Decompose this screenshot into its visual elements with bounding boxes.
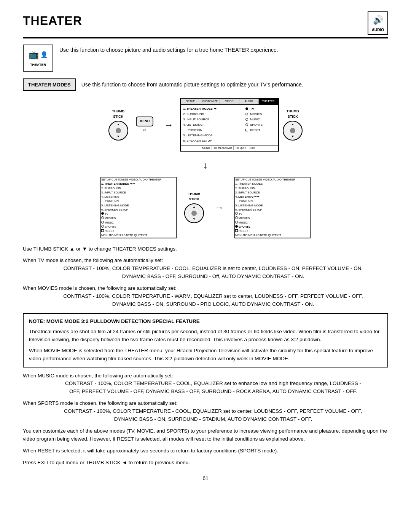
br-menu-item-lmode: 5. LISTENING MODE	[235, 203, 310, 208]
br-menu-item-theater: 1. THEATER MODES	[235, 182, 310, 186]
top-screen-menu-content: 1. THEATER MODES ➡ 2. SURROUND 3. INPUT …	[181, 105, 278, 145]
music-mode-section: When MUSIC mode is chosen, the following…	[23, 372, 388, 396]
top-screen-tab-bar: SETUP CUSTOMIZE VIDEO AUDIO THEATER	[181, 99, 278, 105]
menu-button[interactable]: MENU	[136, 117, 154, 126]
bl-menu-item-lmode: 5. LISTENING MODE	[101, 203, 176, 208]
tab-setup[interactable]: SETUP	[181, 99, 200, 104]
arrow-right-top: →	[164, 118, 173, 132]
option-music: MUSIC	[245, 117, 276, 122]
bl-option-movies: MOVIES	[101, 216, 176, 220]
speaker-icon: 🔊	[371, 14, 384, 26]
tab-theater[interactable]: THEATER	[259, 99, 278, 104]
bl-option-reset: RESET	[101, 229, 176, 233]
top-screen-menu-left: 1. THEATER MODES ➡ 2. SURROUND 3. INPUT …	[183, 106, 242, 144]
page-number: 61	[23, 474, 388, 482]
bl-option-sports: SPORTS	[101, 225, 176, 229]
bottom-left-col: SETUP CUSTOMIZE VIDEO AUDIO THEATER 1. T…	[100, 177, 177, 238]
diagram-area: THUMBSTICK MENU ↺ → SETUP CUSTOMIZE VIDE…	[23, 98, 388, 238]
theater-modes-desc: Use this function to choose from automat…	[81, 81, 303, 89]
bottom-right-col: SETUP CUSTOMIZE VIDEO AUDIO THEATER 1. T…	[234, 177, 311, 238]
intro-section: 📺 👤 THEATER Use this function to choose …	[23, 45, 388, 72]
br-option-music: MUSIC	[235, 220, 310, 225]
left-thumb-stick-container: THUMBSTICK	[108, 109, 128, 141]
menu-item-speaker-setup: 6. SPEAKER SETUP	[183, 138, 242, 144]
bl-screen-bottom-bar: MENUTO MENU BARTO QUITEXIT	[101, 233, 176, 237]
bottom-right-screen: SETUP CUSTOMIZE VIDEO AUDIO THEATER 1. T…	[234, 177, 311, 238]
br-menu-item-position: POSITION	[235, 199, 310, 203]
intro-text: Use this function to choose picture and …	[59, 45, 278, 54]
bl-screen-menu-right: TV MOVIES MUSIC SPORTS RESET	[101, 212, 176, 233]
bl-menu-item-surround: 2. SURROUND	[101, 186, 176, 190]
br-screen-menu-content: 1. THEATER MODES 2. SURROUND 3. INPUT SO…	[235, 182, 310, 233]
theater-icon-box: 📺 👤 THEATER	[23, 45, 53, 72]
icon-row: 📺 👤	[27, 48, 49, 61]
option-sports: SPORTS	[245, 122, 276, 128]
right-thumb-stick-container-top: THUMBSTICK	[283, 109, 303, 141]
br-menu-item-surround: 2. SURROUND	[235, 186, 310, 190]
tv-mode-section: When TV mode is chosen, the following ar…	[23, 257, 388, 281]
br-menu-item-listening: 4. LISTENING ➡➡	[235, 195, 310, 199]
br-screen-tab-bar: SETUP CUSTOMIZE VIDEO AUDIO THEATER	[235, 177, 310, 182]
person-icon: 👤	[40, 50, 48, 59]
tab-video[interactable]: VIDEO	[220, 99, 239, 104]
exit-section: Press EXIT to quit menu or THUMB STICK ◄…	[23, 459, 388, 467]
br-screen-bottom-bar: MENUTO MENU BARTO QUITEXIT	[235, 233, 310, 237]
theater-modes-row: THEATER MODES Use this function to choos…	[23, 78, 388, 91]
movies-mode-section: When MOVIES mode is chosen, the followin…	[23, 284, 388, 308]
menu-item-position: POSITION	[183, 128, 242, 133]
option-tv: TV	[245, 106, 276, 112]
reset-section: When RESET is selected, it will take app…	[23, 447, 388, 455]
bl-screen-menu-content: 1. THEATER MODES ➡➡ 2. SURROUND 3. INPUT…	[101, 182, 176, 233]
br-option-movies: MOVIES	[235, 216, 310, 220]
bl-screen-menu-left: 1. THEATER MODES ➡➡ 2. SURROUND 3. INPUT…	[101, 182, 176, 212]
top-diagram-row: THUMBSTICK MENU ↺ → SETUP CUSTOMIZE VIDE…	[108, 98, 303, 152]
note-p2: When MOVIE MODE is selected from the THE…	[29, 347, 382, 363]
note-box: NOTE: MOVIE MODE 3:2 PULLDOWN DETECTION …	[23, 313, 388, 367]
top-screen-bottom-bar: MENUTO MENU BARTO QUITEXIT	[181, 145, 278, 151]
bl-option-tv: TV	[101, 212, 176, 216]
note-header: NOTE: MOVIE MODE 3:2 PULLDOWN DETECTION …	[29, 318, 382, 326]
note-p1: Theatrical movies are shot on film at 24…	[29, 328, 382, 344]
arrow-down: ↓	[203, 158, 208, 172]
arrow-right-bottom: →	[215, 201, 224, 214]
bottom-left-screen: SETUP CUSTOMIZE VIDEO AUDIO THEATER 1. T…	[100, 177, 177, 238]
br-option-tv: TV	[235, 212, 310, 216]
br-option-sports: SPORTS	[235, 225, 310, 229]
customize-section: You can customize each of the above mode…	[23, 427, 388, 443]
bl-menu-item-theater: 1. THEATER MODES ➡➡	[101, 182, 176, 186]
page-title: THEATER	[23, 11, 82, 30]
thumb-center-right	[290, 128, 295, 133]
sports-mode-section: When SPORTS mode is chosen, the followin…	[23, 399, 388, 423]
tv-icon: 📺	[29, 48, 39, 61]
br-option-reset: RESET	[235, 229, 310, 233]
bl-menu-item-speaker: 6. SPEAKER SETUP	[101, 208, 176, 212]
top-screen-menu-right: TV MOVIES MUSIC SPORTS RESET	[245, 106, 276, 144]
center-thumb-stick-container: THUMBSTICK	[184, 192, 204, 223]
menu-item-theater-modes: 1. THEATER MODES ➡	[183, 106, 242, 112]
theater-modes-label: THEATER MODES	[23, 78, 76, 91]
menu-item-input-source: 3. INPUT SOURCE	[183, 117, 242, 122]
br-screen-menu-left: 1. THEATER MODES 2. SURROUND 3. INPUT SO…	[235, 182, 310, 212]
bl-option-music: MUSIC	[101, 220, 176, 225]
thumb-center	[116, 128, 121, 133]
br-screen-menu-right: TV MOVIES MUSIC SPORTS RESET	[235, 212, 310, 233]
bottom-diagram-row: SETUP CUSTOMIZE VIDEO AUDIO THEATER 1. T…	[100, 177, 311, 238]
option-reset: RESET	[245, 128, 276, 133]
thumb-center-bottom	[191, 211, 197, 216]
thumb-instruction: Use THUMB STICK ▲ or ▼ to change THEATER…	[23, 245, 388, 253]
audio-icon-box: 🔊 AUDIO	[368, 11, 388, 35]
tab-audio[interactable]: AUDIO	[239, 99, 259, 104]
menu-item-listening-mode: 5. LISTENING MODE	[183, 133, 242, 138]
left-thumb-stick	[108, 121, 128, 141]
bl-menu-item-input: 3. INPUT SOURCE	[101, 190, 176, 195]
menu-item-surround: 2. SURROUND	[183, 112, 242, 117]
theater-box-label: THEATER	[27, 62, 49, 68]
br-menu-item-input: 3. INPUT SOURCE	[235, 190, 310, 195]
br-menu-item-speaker: 6. SPEAKER SETUP	[235, 208, 310, 212]
tab-customize[interactable]: CUSTOMIZE	[200, 99, 220, 104]
right-thumb-stick-top	[283, 121, 303, 141]
top-center-screen: SETUP CUSTOMIZE VIDEO AUDIO THEATER 1. T…	[180, 98, 279, 152]
page-header: THEATER 🔊 AUDIO	[23, 11, 388, 38]
bl-menu-item-listening: 4. LISTENING	[101, 195, 176, 199]
center-thumb-stick	[184, 203, 204, 223]
